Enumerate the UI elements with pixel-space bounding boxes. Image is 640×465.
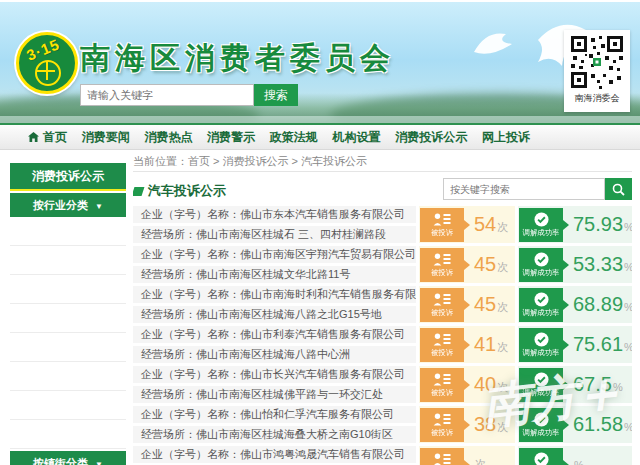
nav-item-label: 消费投诉公示 [395,129,467,146]
complaint-count-number: 38 [474,413,496,436]
rate-value: 53.33 % [573,253,632,276]
complainant-icon [433,333,451,347]
search-icon [612,183,625,196]
complaint-record: 企业（字号）名称：佛山市南海区宇翔汽车贸易有限公司 经营场所：佛山市南海区桂城文… [133,246,632,283]
complaint-count-suffix: 次 [497,420,508,435]
location-prefix: 经营场所： [141,268,196,280]
sidebar-item[interactable] [10,304,126,333]
breadcrumb: 当前位置：首页 > 消费投诉公示 > 汽车投诉公示 [133,153,632,172]
rate-number: 75.61 [573,333,623,356]
complaint-record: 企业（字号）名称：佛山市长兴汽车销售服务有限公司 经营场所：佛山市南海区桂城佛平… [133,366,632,403]
location-prefix: 经营场所： [141,388,196,400]
complaint-cell: 被投诉 38 次 [419,406,515,443]
nav-item[interactable]: 政策法规 [270,129,318,146]
rate-badge-label: 调解成功率 [523,229,560,236]
globe-icon [35,60,61,86]
nav-item[interactable]: 机构设置 [333,129,381,146]
rate-badge-label: 调解成功率 [523,309,560,316]
complaint-cell: 被投诉 次 [419,446,515,465]
record-text: 企业（字号）名称：佛山市长兴汽车销售服务有限公司 经营场所：佛山市南海区桂城佛平… [133,366,416,406]
company-name: 佛山市南海时利和汽车销售服务有限公司 [240,288,416,300]
record-company-line: 企业（字号）名称：佛山市南海区宇翔汽车贸易有限公司 [133,246,416,263]
sidebar-group-industry[interactable]: 按行业分类 ▼ [10,193,126,217]
record-location-line: 经营场所：佛山市南海区桂城文华北路11号 [133,266,416,283]
record-text: 企业（字号）名称：佛山怡和仁孚汽车服务有限公司 经营场所：佛山市南海区桂城海叠大… [133,406,416,446]
breadcrumb-path[interactable]: 首页 > 消费投诉公示 > 汽车投诉公示 [188,155,367,167]
rate-badge-label: 调解成功率 [523,349,560,356]
location-text: 佛山市南海区桂城佛平路与一环交汇处 [196,388,383,400]
location-prefix: 经营场所： [141,428,196,440]
complaint-count-suffix: 次 [497,300,508,315]
chevron-down-icon: ▼ [95,202,103,211]
complaint-count: 次 [474,457,486,465]
complaint-badge: 被投诉 [420,248,464,282]
sidebar-item[interactable] [10,333,126,362]
location-prefix: 经营场所： [141,308,196,320]
sidebar-item[interactable] [10,246,126,275]
breadcrumb-label: 当前位置： [133,155,188,167]
rate-value: 67.5 % [573,373,623,396]
nav-item[interactable]: 消费要闻 [82,129,130,146]
rate-suffix: % [624,341,632,353]
rate-badge: 调解成功率 [519,328,563,362]
sidebar: 消费投诉公示 按行业分类 ▼ 按镇街分类 ▼ [10,163,126,465]
check-circle-icon [534,252,549,267]
complaint-count: 45 次 [474,253,508,276]
rate-cell: 调解成功率 61.58 % [518,406,632,443]
sidebar-item[interactable] [10,420,126,449]
badge-pointer [464,340,470,350]
nav-item-label: 首页 [43,129,67,146]
rate-suffix: % [624,221,632,233]
badge-pointer [464,420,470,430]
rate-cell: 调解成功率 53.33 % [518,246,632,283]
header-search-input[interactable] [80,84,254,106]
complainant-icon [433,213,451,227]
section-title: 汽车投诉公示 [133,182,226,200]
complainant-icon [433,453,451,465]
complaint-count: 54 次 [474,213,508,236]
check-circle-icon [534,332,549,347]
nav-item[interactable]: 网上投诉 [482,129,530,146]
company-prefix: 企业（字号）名称： [141,448,240,460]
complaint-record: 企业（字号）名称：佛山市鸿粤鸿晟汽车销售有限公司 经营场所： [133,446,632,465]
rate-badge: 调解成功率 [519,408,563,442]
nav-item[interactable]: 消费警示 [207,129,255,146]
complaint-count-number: 45 [474,293,496,316]
content-search-button[interactable] [605,178,632,200]
complaint-records: 企业（字号）名称：佛山市东本汽车销售服务有限公司 经营场所：佛山市南海区桂城石 … [133,206,632,465]
location-text: 佛山市南海区桂城石 三、四村桂澜路段 [196,228,386,240]
scenery-water [0,116,640,123]
location-prefix: 经营场所： [141,348,196,360]
company-name: 佛山市东本汽车销售服务有限公司 [240,208,405,220]
location-text: 佛山市南海区桂城海八路中心洲 [196,348,350,360]
sidebar-item[interactable] [10,275,126,304]
nav-item[interactable]: 消费热点 [144,129,192,146]
sidebar-item[interactable] [10,362,126,391]
main-nav: 首页 消费要闻 消费热点 消费警示 政策法规 [0,123,640,150]
rate-cell: 调解成功率 % [518,446,632,465]
nav-item[interactable]: 首页 [28,129,67,146]
qr-card: 南海消委会 [564,30,630,112]
record-company-line: 企业（字号）名称：佛山市南海时利和汽车销售服务有限公司 [133,286,416,303]
badge-pointer [563,260,569,270]
rate-badge: 调解成功率 [519,448,563,465]
company-prefix: 企业（字号）名称： [141,208,240,220]
sidebar-item[interactable] [10,391,126,420]
rate-badge-label: 调解成功率 [523,389,560,396]
complaint-record: 企业（字号）名称：佛山怡和仁孚汽车服务有限公司 经营场所：佛山市南海区桂城海叠大… [133,406,632,443]
rate-suffix: % [624,301,632,313]
nav-item[interactable]: 消费投诉公示 [395,129,467,146]
header-search-button[interactable]: 搜索 [254,84,298,106]
record-company-line: 企业（字号）名称：佛山市利泰汽车销售服务有限公司 [133,326,416,343]
complaint-count-number: 45 [474,253,496,276]
sidebar-item[interactable] [10,217,126,246]
logo-315-text: 3·15 [24,35,62,64]
content-search-input[interactable] [443,178,605,200]
complaint-badge: 被投诉 [420,328,464,362]
rate-suffix: % [574,459,584,465]
rate-badge: 调解成功率 [519,208,563,242]
rate-cell: 调解成功率 75.61 % [518,326,632,363]
complaint-count-suffix: 次 [497,380,508,395]
content-search [443,178,632,200]
sidebar-group-town[interactable]: 按镇街分类 ▼ [10,451,126,465]
